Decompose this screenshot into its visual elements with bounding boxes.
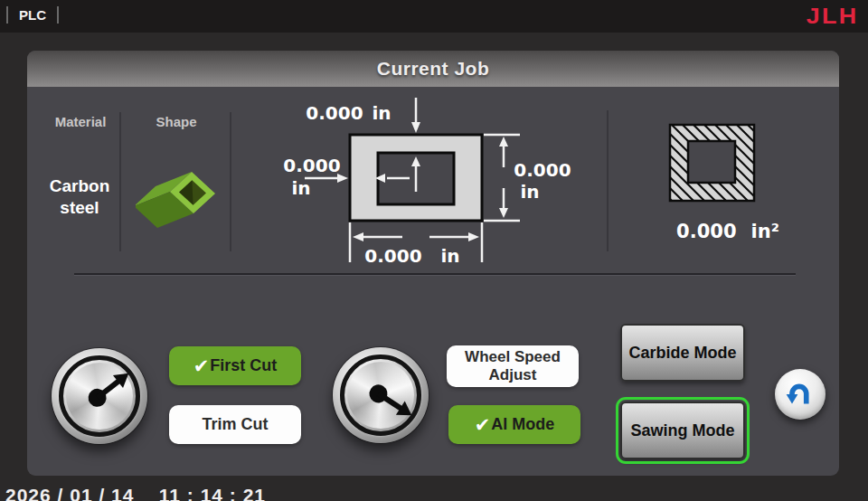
- first-cut-button[interactable]: ✔ First Cut: [169, 346, 301, 385]
- wheel-speed-adjust-label: Wheel Speed Adjust: [456, 348, 570, 385]
- area-value: 0.000: [676, 221, 736, 242]
- wheel-speed-adjust-button[interactable]: Wheel Speed Adjust: [447, 345, 579, 387]
- panel-title: Current Job: [27, 51, 839, 87]
- status-datetime: 2026 / 01 / 14 11 : 14 : 21: [5, 485, 266, 501]
- plc-menu-button[interactable]: PLC: [19, 7, 46, 23]
- trim-cut-label: Trim Cut: [202, 415, 268, 434]
- return-arrow-icon: [784, 378, 816, 411]
- top-bar: PLC JLH: [0, 0, 868, 33]
- top-wall-unit: in: [372, 102, 391, 124]
- height-value: 0.000: [514, 159, 571, 181]
- divider: [119, 112, 121, 251]
- separator: [6, 6, 8, 24]
- divider: [607, 110, 609, 251]
- cross-section-area: 0.000 in²: [660, 221, 796, 242]
- carbide-mode-label: Carbide Mode: [628, 344, 736, 363]
- cross-section-figure: [665, 118, 760, 208]
- square-tube-3d-icon: [136, 159, 226, 233]
- left-wall-value: 0.000: [283, 155, 340, 176]
- carbide-mode-button[interactable]: Carbide Mode: [620, 324, 745, 382]
- top-wall-value: 0.000: [306, 102, 363, 124]
- height-unit: in: [520, 181, 539, 203]
- check-icon: ✔: [475, 415, 491, 434]
- brand-logo: JLH: [806, 4, 858, 29]
- width-unit: in: [440, 245, 459, 267]
- return-button[interactable]: [775, 369, 826, 420]
- trim-cut-button[interactable]: Trim Cut: [169, 405, 301, 444]
- material-label: Material: [37, 114, 124, 129]
- left-wall-unit: in: [291, 177, 310, 199]
- sawing-mode-button[interactable]: Sawing Mode: [620, 402, 745, 459]
- knob-pointer-icon: [52, 348, 147, 444]
- area-unit: in²: [751, 221, 779, 242]
- divider: [230, 112, 231, 251]
- width-value: 0.000: [364, 245, 421, 267]
- check-icon: ✔: [193, 356, 210, 375]
- knob-pointer-icon: [333, 347, 429, 443]
- current-job-panel: Current Job Material Carbon steel Shape: [27, 51, 839, 476]
- first-cut-label: First Cut: [210, 356, 277, 375]
- dimension-diagram: 0.000 in 0.000 in 0.000 in 0.000 in: [267, 90, 597, 276]
- separator: [57, 6, 59, 24]
- cut-select-knob[interactable]: [52, 348, 147, 444]
- ai-mode-button[interactable]: ✔ AI Mode: [448, 405, 580, 444]
- hmi-screen: PLC JLH Current Job Material Carbon stee…: [0, 0, 868, 501]
- shape-label: Shape: [133, 114, 220, 129]
- sawing-mode-label: Sawing Mode: [630, 421, 734, 440]
- wheel-speed-knob[interactable]: [333, 347, 429, 443]
- ai-mode-label: AI Mode: [491, 415, 554, 434]
- material-value: Carbon steel: [30, 175, 129, 219]
